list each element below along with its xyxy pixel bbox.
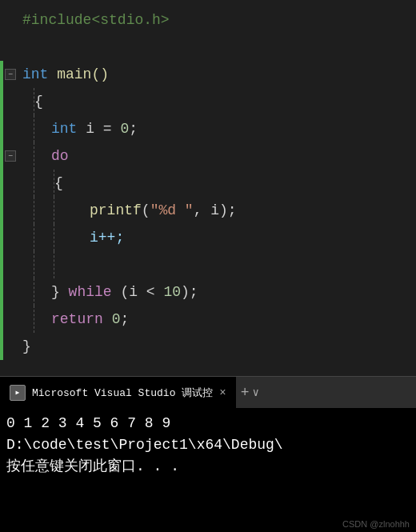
token: i++; bbox=[90, 230, 124, 246]
line-gutter bbox=[0, 170, 22, 197]
code-tokens: int i = 0; bbox=[51, 115, 138, 142]
include-tokens: #include<stdio.h> bbox=[22, 12, 170, 28]
code-tokens: } while (i < 10); bbox=[51, 278, 198, 306]
collapse-main-button[interactable]: − bbox=[5, 69, 16, 80]
indent-container bbox=[22, 306, 51, 333]
code-line: return 0; bbox=[0, 306, 416, 333]
terminal-panel: ▶ Microsoft Visual Studio 调试控 × + ∨ 0 1 … bbox=[0, 376, 416, 532]
output-line3: 按任意键关闭此窗口. . . bbox=[6, 456, 410, 478]
tab-icon-text: ▶ bbox=[16, 389, 20, 396]
terminal-output: 0 1 2 3 4 5 6 7 8 9 D:\code\test\Project… bbox=[0, 408, 416, 482]
code-line: } bbox=[0, 333, 416, 360]
line-gutter bbox=[0, 306, 22, 333]
output-line1: 0 1 2 3 4 5 6 7 8 9 bbox=[6, 413, 410, 434]
code-line: i++; bbox=[0, 224, 416, 251]
token: ( bbox=[142, 202, 150, 218]
token: } bbox=[51, 284, 69, 300]
code-line: −do bbox=[0, 142, 416, 170]
code-tokens: int main() bbox=[22, 61, 109, 88]
code-tokens: i++; bbox=[90, 224, 124, 251]
indent-container bbox=[22, 251, 54, 278]
tab-add-button[interactable]: + bbox=[241, 385, 250, 401]
blank-line bbox=[0, 34, 416, 61]
tab-chevron-button[interactable]: ∨ bbox=[252, 386, 258, 399]
watermark: CSDN @zlnohhh bbox=[342, 519, 410, 529]
token: "%d " bbox=[150, 202, 194, 218]
token bbox=[103, 311, 112, 327]
indent-container bbox=[22, 224, 90, 251]
tab-label: Microsoft Visual Studio 调试控 bbox=[32, 386, 213, 400]
code-tokens: } bbox=[22, 333, 31, 360]
collapse-do-button[interactable]: − bbox=[5, 150, 16, 162]
token: 0 bbox=[120, 121, 129, 137]
token: do bbox=[51, 148, 69, 164]
line-gutter bbox=[0, 88, 22, 115]
token: ); bbox=[181, 284, 198, 300]
code-tokens: do bbox=[51, 142, 69, 170]
line-gutter: − bbox=[0, 61, 22, 88]
code-line: printf("%d ", i); bbox=[0, 197, 416, 224]
line-gutter bbox=[0, 278, 22, 306]
token: return bbox=[51, 311, 103, 327]
code-tokens: { bbox=[34, 88, 43, 115]
token: 0 bbox=[112, 311, 121, 327]
code-area: #include<stdio.h>−int main(){int i = 0;−… bbox=[0, 0, 416, 366]
code-line: { bbox=[0, 170, 416, 197]
indent-container bbox=[22, 197, 90, 224]
terminal-tab-bar: ▶ Microsoft Visual Studio 调试控 × + ∨ bbox=[0, 376, 416, 408]
tab-close-button[interactable]: × bbox=[219, 386, 226, 399]
token: } bbox=[22, 338, 31, 354]
code-line: −int main() bbox=[0, 61, 416, 88]
token: ; bbox=[120, 311, 129, 327]
token: i = bbox=[77, 121, 120, 137]
token: { bbox=[34, 94, 43, 110]
indent-container bbox=[22, 115, 51, 142]
indent-container bbox=[22, 170, 54, 197]
code-line: { bbox=[0, 88, 416, 115]
line-gutter bbox=[0, 251, 22, 278]
token: int bbox=[51, 121, 77, 137]
token: (i < bbox=[112, 284, 164, 300]
output-line2: D:\code\test\Project1\x64\Debug\ bbox=[6, 434, 410, 456]
token: main() bbox=[48, 66, 109, 82]
indent-container bbox=[22, 88, 34, 115]
include-line: #include<stdio.h> bbox=[0, 6, 416, 34]
code-line bbox=[0, 251, 416, 278]
terminal-tab[interactable]: ▶ Microsoft Visual Studio 调试控 × bbox=[0, 377, 236, 408]
line-gutter bbox=[0, 333, 22, 360]
line-gutter: − bbox=[0, 142, 22, 170]
line-gutter bbox=[0, 115, 22, 142]
token: while bbox=[69, 284, 112, 300]
code-tokens: { bbox=[54, 170, 63, 197]
token: int bbox=[22, 66, 48, 82]
token: { bbox=[54, 175, 63, 191]
token: ; bbox=[129, 121, 138, 137]
code-line: int i = 0; bbox=[0, 115, 416, 142]
terminal-tab-icon: ▶ bbox=[10, 385, 26, 401]
code-tokens: return 0; bbox=[51, 306, 129, 333]
token: 10 bbox=[163, 284, 181, 300]
indent-container bbox=[22, 142, 51, 170]
indent-container bbox=[22, 278, 51, 306]
code-line: } while (i < 10); bbox=[0, 278, 416, 306]
token: , i); bbox=[194, 202, 237, 218]
code-editor: #include<stdio.h>−int main(){int i = 0;−… bbox=[0, 0, 416, 376]
line-gutter bbox=[0, 197, 22, 224]
code-tokens: printf("%d ", i); bbox=[90, 197, 237, 224]
token: printf bbox=[90, 202, 142, 218]
line-gutter bbox=[0, 224, 22, 251]
